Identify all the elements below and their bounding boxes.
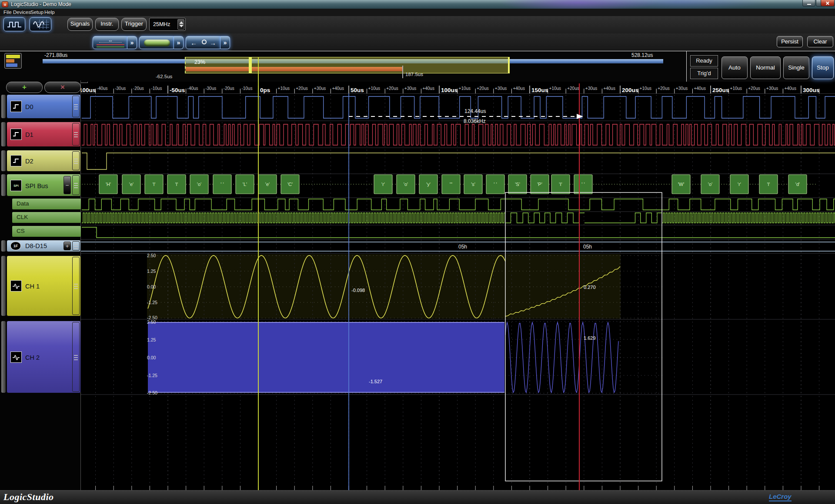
channel-drag-strip[interactable] xyxy=(1,174,6,196)
channel-label: CH 1 xyxy=(25,283,40,290)
svg-text:'L': 'L' xyxy=(243,182,247,187)
channel-grip[interactable] xyxy=(72,151,80,170)
channel-drag-strip[interactable] xyxy=(1,150,6,171)
svg-text:' ': ' ' xyxy=(581,182,584,187)
channel-row-d2[interactable]: D2 xyxy=(0,150,81,172)
toolbar-secondary: _↕¯_¯↕↓¯↓__↕↑↓¯↕15121187430 ↔ » » ← → » … xyxy=(0,33,835,51)
add-channel-button[interactable]: + xyxy=(6,82,43,93)
collapse-bus-button[interactable]: – xyxy=(63,176,71,194)
svg-text:-10us: -10us xyxy=(241,86,252,91)
channel-row-spi-bus[interactable]: SPI SPI Bus – xyxy=(0,174,81,196)
trigger-cursor-line[interactable] xyxy=(258,57,259,490)
subchannel-row-clk[interactable]: CLK xyxy=(12,212,81,223)
persist-button[interactable]: Persist xyxy=(777,36,803,47)
waveform-canvas[interactable]: 100us-50us0ps50us100us150us200us250us300… xyxy=(81,82,835,490)
svg-text:+40us: +40us xyxy=(603,86,615,91)
title-bar[interactable]: u LogicStudio - Demo Mode xyxy=(0,0,835,9)
svg-text:8.036kHz: 8.036kHz xyxy=(464,118,486,124)
signals-button[interactable]: Signals xyxy=(67,18,93,31)
svg-text:-0.098: -0.098 xyxy=(351,288,365,293)
channel-drag-strip[interactable] xyxy=(1,95,6,118)
overview-range-end-tick xyxy=(402,66,403,78)
zoom-out-arrow-icon[interactable]: ← xyxy=(190,39,197,46)
subchannel-row-data[interactable]: Data xyxy=(12,199,81,209)
window-title: LogicStudio - Demo Mode xyxy=(11,1,71,7)
menu-help[interactable]: Help xyxy=(44,10,55,15)
wave-d1 xyxy=(82,124,835,145)
spinner-up-icon[interactable] xyxy=(179,21,184,24)
delete-channel-button[interactable]: × xyxy=(44,82,81,93)
overview-thumbnail-button[interactable] xyxy=(139,36,174,49)
channel-grip[interactable] xyxy=(72,322,80,392)
subchannel-row-cs[interactable]: CS xyxy=(12,226,81,237)
timebase-expander-button[interactable]: » xyxy=(127,36,137,49)
channel-drag-strip[interactable] xyxy=(1,122,6,146)
analog-view-button[interactable] xyxy=(30,17,51,31)
clear-button[interactable]: Clear xyxy=(807,36,833,47)
overview-trigger-marker[interactable] xyxy=(249,57,252,73)
svg-text:100us: 100us xyxy=(441,87,458,93)
channel-row-ch2[interactable]: CH 2 xyxy=(0,321,81,393)
svg-text:'l': 'l' xyxy=(767,182,770,187)
channel-grip[interactable] xyxy=(72,96,80,117)
single-button[interactable]: Single xyxy=(783,56,809,79)
menu-file[interactable]: File xyxy=(3,10,12,15)
svg-text:124.44us: 124.44us xyxy=(464,108,486,114)
svg-text:+20us: +20us xyxy=(296,86,308,91)
sample-rate-select[interactable]: 25MHz xyxy=(149,18,186,31)
channel-drag-strip[interactable] xyxy=(1,321,6,393)
svg-text:+30us: +30us xyxy=(676,86,688,91)
normal-button[interactable]: Normal xyxy=(750,56,781,79)
channel-drag-strip[interactable] xyxy=(1,256,6,316)
timebase-position-button[interactable]: ↔ xyxy=(93,36,127,49)
overview-zoom-percent: 23% xyxy=(194,59,205,65)
overview-zoom-range-bar[interactable] xyxy=(186,67,402,71)
channel-grip[interactable] xyxy=(72,123,80,146)
channel-row-ch1[interactable]: CH 1 xyxy=(0,255,81,316)
svg-text:-30us: -30us xyxy=(205,86,216,91)
channel-row-d0[interactable]: D0 xyxy=(0,94,81,119)
svg-text:+20us: +20us xyxy=(386,86,398,91)
svg-text:+10us: +10us xyxy=(730,86,742,91)
digital-view-button[interactable] xyxy=(3,17,25,31)
sample-rate-value: 25MHz xyxy=(153,21,170,27)
channel-grip[interactable] xyxy=(72,257,80,315)
stop-button[interactable]: Stop xyxy=(812,56,834,79)
zoom-expander-button[interactable]: » xyxy=(220,36,230,49)
channel-grip[interactable] xyxy=(72,241,80,251)
svg-text:50us: 50us xyxy=(351,87,364,93)
svg-text:+40us: +40us xyxy=(513,86,525,91)
channel-drag-strip[interactable] xyxy=(1,240,6,252)
overview-expander-button[interactable]: » xyxy=(174,36,184,49)
toolbar-main: Setup: Signals Instr. Trigger 25MHz xyxy=(0,16,835,33)
svg-text:+20us: +20us xyxy=(748,86,760,91)
zoom-controls-button[interactable]: ← → xyxy=(186,36,220,49)
channel-row-d8-d15[interactable]: 1F D8-D15 + xyxy=(0,240,81,252)
channel-label: SPI Bus xyxy=(25,182,48,189)
channel-row-d1[interactable]: D1 xyxy=(0,122,81,147)
auto-button[interactable]: Auto xyxy=(721,56,748,79)
trigger-button[interactable]: Trigger xyxy=(121,18,147,31)
svg-text:'e': 'e' xyxy=(265,182,270,187)
spinner-down-icon[interactable] xyxy=(179,25,184,27)
svg-text:-2.50: -2.50 xyxy=(147,390,157,395)
instruments-button[interactable]: Instr. xyxy=(95,18,119,31)
sample-rate-spinner[interactable] xyxy=(177,19,184,30)
close-button[interactable] xyxy=(821,0,835,7)
minimize-button[interactable] xyxy=(802,0,815,7)
acquisition-overview-bar[interactable]: -271.88us 528.12us 23% -62.5us 187.5us xyxy=(0,51,686,82)
svg-text:'C': 'C' xyxy=(287,182,293,187)
wave-cs xyxy=(82,227,835,238)
channel-grip[interactable] xyxy=(72,175,80,195)
svg-text:-1.25: -1.25 xyxy=(147,300,157,305)
minimize-icon xyxy=(807,4,811,5)
zoom-in-arrow-icon[interactable]: → xyxy=(210,39,216,46)
wave-ch2 xyxy=(148,322,618,393)
menu-devices[interactable]: Devices xyxy=(13,10,31,15)
expand-bus-button[interactable]: + xyxy=(63,242,71,250)
analog-wave-icon xyxy=(10,351,22,363)
svg-text:+20us: +20us xyxy=(477,86,489,91)
menu-setup[interactable]: Setup xyxy=(30,10,43,15)
channel-label: D2 xyxy=(25,158,33,165)
svg-text:+40us: +40us xyxy=(332,86,344,91)
